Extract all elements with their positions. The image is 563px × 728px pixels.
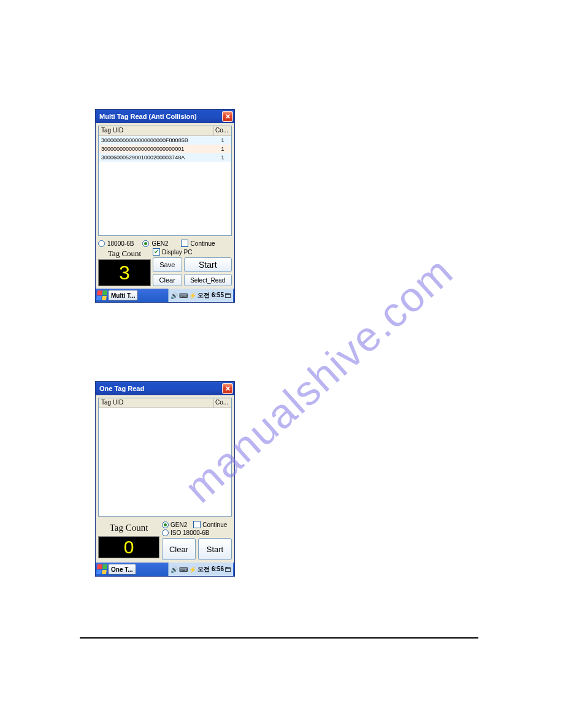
cell-uid: 300000000000000000000000001 (99, 146, 214, 152)
protocol-row: 18000-6B GEN2 Continue (96, 238, 234, 248)
window-title: One Tag Read (99, 385, 222, 392)
display-pc-row: ✔ Display PC (153, 248, 232, 256)
taskbar: Multi T... 🔊 ⌨ ⚡ 오전 6:55 🗔 (96, 289, 234, 302)
checkbox-label: Continue (191, 240, 215, 247)
cell-count: 1 (214, 137, 231, 143)
checkbox-label: Continue (202, 521, 227, 528)
radio-label: GEN2 (151, 240, 168, 247)
radio-gen2[interactable] (142, 240, 149, 247)
button-row: Clear Start (162, 538, 232, 560)
checkbox-label: Display PC (162, 249, 192, 256)
col-tag-uid[interactable]: Tag UID (99, 126, 214, 135)
window-title: Multi Tag Read (Anti Collision) (99, 113, 222, 120)
keyboard-icon[interactable]: ⌨ (179, 566, 188, 573)
tag-list: Tag UID Co... 300000000000000000000F0008… (98, 126, 232, 236)
table-row[interactable]: 300000000000000000000000001 1 (99, 145, 231, 153)
window-one-tag-read: One Tag Read ✕ Tag UID Co... Tag Count 0… (95, 381, 235, 577)
tagcount-display: 3 (98, 259, 151, 286)
start-button[interactable]: Start (198, 538, 232, 560)
checkbox-continue[interactable] (181, 240, 188, 247)
cell-count: 1 (214, 146, 231, 152)
radio-18000-6b[interactable] (98, 240, 105, 247)
horizontal-rule (80, 637, 478, 639)
right-column: GEN2 Continue ISO 18000-6B Clear Start (162, 521, 232, 560)
desktop-icon[interactable]: 🗔 (225, 292, 231, 299)
taskbar-app-button[interactable]: One T... (108, 564, 136, 575)
left-column: Tag Count 0 (98, 521, 159, 560)
cell-uid: 300000000000000000000F00085B (99, 137, 214, 143)
start-button[interactable]: Start (184, 257, 232, 272)
close-icon[interactable]: ✕ (222, 111, 233, 122)
tagcount-label: Tag Count (98, 521, 159, 535)
system-tray[interactable]: 🔊 ⌨ ⚡ 오전 6:56 🗔 (168, 563, 233, 576)
radio-iso18000-6b[interactable] (162, 529, 169, 536)
protocol-radios: GEN2 Continue ISO 18000-6B (162, 521, 232, 536)
keyboard-icon[interactable]: ⌨ (179, 292, 188, 299)
cell-uid: 30006000529001000200003748A (99, 154, 214, 161)
start-icon[interactable] (96, 564, 107, 574)
select-read-button[interactable]: Select_Read (184, 274, 232, 286)
cell-count: 1 (214, 154, 231, 161)
tagcount-display: 0 (98, 536, 159, 558)
tray-icon[interactable]: 🔊 (170, 566, 178, 573)
clear-button[interactable]: Clear (153, 274, 182, 286)
checkbox-display-pc[interactable]: ✔ (153, 248, 160, 256)
col-count[interactable]: Co... (214, 126, 231, 135)
tray-time: 오전 6:55 (197, 291, 224, 300)
controls-area: Tag Count 0 GEN2 Continue ISO 18000-6B C… (96, 519, 234, 563)
table-row[interactable]: 300000000000000000000F00085B 1 (99, 136, 231, 145)
tray-icon[interactable]: 🔊 (170, 292, 178, 299)
radio-gen2[interactable] (162, 521, 169, 528)
taskbar: One T... 🔊 ⌨ ⚡ 오전 6:56 🗔 (96, 563, 234, 576)
bolt-icon[interactable]: ⚡ (189, 292, 196, 299)
right-controls: ✔ Display PC Save Start Clear Select_Rea… (153, 248, 232, 286)
close-icon[interactable]: ✕ (222, 383, 233, 394)
desktop-icon[interactable]: 🗔 (225, 566, 231, 573)
list-header: Tag UID Co... (99, 398, 231, 408)
checkbox-continue[interactable] (193, 521, 201, 528)
table-row[interactable]: 30006000529001000200003748A 1 (99, 153, 231, 162)
titlebar[interactable]: Multi Tag Read (Anti Collision) ✕ (96, 110, 234, 123)
list-body (99, 408, 231, 516)
radio-label: GEN2 (170, 521, 187, 528)
tagcount-area: Tag Count 3 ✔ Display PC Save Start Clea… (96, 248, 234, 289)
bolt-icon[interactable]: ⚡ (189, 566, 196, 573)
radio-label: ISO 18000-6B (170, 529, 209, 536)
taskbar-app-button[interactable]: Multi T... (108, 290, 138, 301)
start-icon[interactable] (96, 290, 107, 300)
tag-list: Tag UID Co... (98, 398, 232, 517)
radio-label: 18000-6B (107, 240, 134, 247)
system-tray[interactable]: 🔊 ⌨ ⚡ 오전 6:55 🗔 (168, 289, 233, 302)
clear-button[interactable]: Clear (162, 538, 196, 560)
list-header: Tag UID Co... (99, 126, 231, 136)
tagcount-label: Tag Count (98, 248, 151, 259)
col-tag-uid[interactable]: Tag UID (99, 398, 214, 408)
col-count[interactable]: Co... (214, 398, 231, 408)
titlebar[interactable]: One Tag Read ✕ (96, 382, 234, 395)
tagcount-left: Tag Count 3 (98, 248, 151, 286)
button-grid: Save Start Clear Select_Read (153, 257, 232, 286)
tray-time: 오전 6:56 (197, 565, 224, 574)
window-multi-tag-read: Multi Tag Read (Anti Collision) ✕ Tag UI… (95, 109, 235, 303)
list-body: 300000000000000000000F00085B 1 300000000… (99, 136, 231, 235)
save-button[interactable]: Save (153, 257, 182, 272)
